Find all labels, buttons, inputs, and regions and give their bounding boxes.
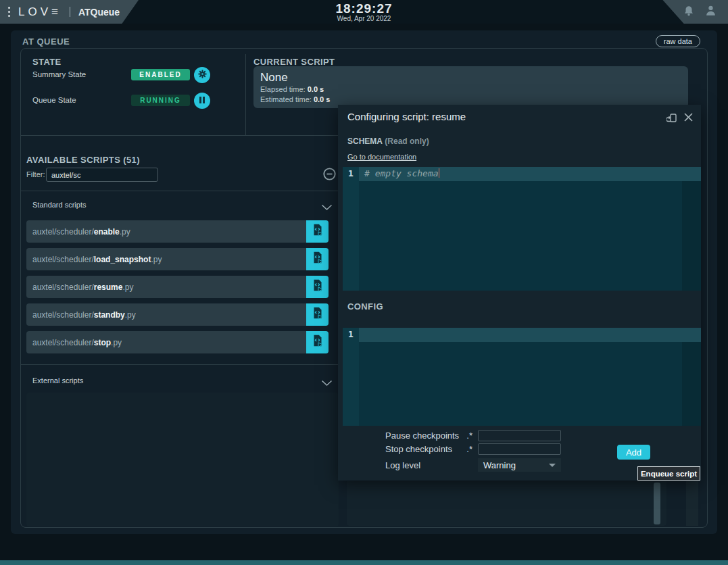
script-list-item[interactable]: auxtel/scheduler/resume.py: [26, 276, 329, 298]
current-script-name: None: [260, 71, 681, 84]
chevron-down-icon[interactable]: [321, 377, 333, 389]
editor-cursor: [439, 168, 440, 178]
top-bar: LOV≡ ATQueue 18:29:27 Wed, Apr 20 2022: [0, 0, 728, 24]
app-title: ATQueue: [78, 7, 120, 18]
log-level-label: Log level: [385, 460, 478, 470]
stop-checkpoints-label: Stop checkpoints.*: [385, 444, 478, 454]
current-script-title: CURRENT SCRIPT: [253, 57, 335, 67]
state-divider: [245, 54, 246, 135]
script-launch-icon: [310, 223, 325, 240]
standard-scripts-label: Standard scripts: [32, 201, 86, 209]
script-extension: .py: [151, 255, 162, 264]
available-scripts-title: AVAILABLE SCRIPTS (51): [26, 155, 140, 165]
summary-state-label: Summary State: [32, 70, 86, 78]
page-title: AT QUEUE: [22, 36, 70, 47]
clock: 18:29:27 Wed, Apr 20 2022: [335, 2, 392, 22]
queue-side-strip: [686, 481, 698, 526]
launch-script-button[interactable]: [306, 276, 329, 298]
documentation-link[interactable]: Go to documentation: [347, 153, 416, 161]
launch-script-button[interactable]: [306, 303, 329, 326]
elapsed-time-row: Elapsed time: 0.0 s: [260, 84, 681, 95]
script-extension: .py: [125, 310, 136, 320]
detach-window-button[interactable]: [666, 112, 678, 126]
elapsed-time-value: 0.0 s: [308, 85, 324, 93]
config-editor[interactable]: 1: [343, 328, 701, 426]
pause-checkpoints-row: Pause checkpoints.*: [385, 430, 561, 441]
close-icon: [683, 114, 694, 124]
raw-data-button[interactable]: raw data: [656, 35, 700, 47]
standard-scripts-list: auxtel/scheduler/enable.py auxtel/schedu…: [26, 220, 329, 359]
schema-editor[interactable]: 1 # empty schema: [343, 167, 701, 291]
pause-checkpoints-input[interactable]: [478, 430, 561, 441]
configure-script-modal: Configuring script: resume SCHEMA (Read …: [338, 105, 701, 481]
stop-checkpoints-input[interactable]: [478, 443, 561, 455]
chevron-down-icon[interactable]: [321, 201, 333, 214]
queue-state-label: Queue State: [32, 96, 76, 104]
stop-checkpoints-row: Stop checkpoints.*: [385, 443, 561, 455]
pause-icon: [198, 96, 206, 106]
clock-time: 18:29:27: [335, 2, 392, 15]
script-extension: .py: [122, 282, 133, 292]
script-list-item[interactable]: auxtel/scheduler/load_snapshot.py: [26, 248, 329, 270]
pause-checkpoints-label: Pause checkpoints.*: [385, 431, 478, 441]
script-name: enable: [94, 227, 120, 237]
modal-title: Configuring script: resume: [347, 111, 466, 122]
editor-scroll-margin: [682, 181, 701, 291]
line-number: 1: [343, 168, 359, 178]
group-divider: [21, 364, 339, 365]
top-bar-brand: LOV≡ ATQueue: [0, 0, 139, 24]
log-level-row: Log level Warning: [385, 458, 561, 472]
user-icon[interactable]: [704, 4, 717, 20]
script-list-item[interactable]: auxtel/scheduler/enable.py: [26, 220, 329, 243]
script-name: standby: [94, 310, 125, 320]
config-section-title: CONFIG: [347, 301, 383, 312]
scripts-list-background: [26, 393, 339, 526]
script-extension: .py: [120, 227, 130, 237]
editor-active-line: [359, 328, 701, 342]
love-logo: LOV≡: [18, 5, 62, 19]
launch-script-button[interactable]: [306, 331, 329, 353]
filter-input[interactable]: [46, 168, 158, 182]
editor-scroll-margin: [682, 342, 701, 426]
script-path: auxtel/scheduler/: [32, 255, 94, 264]
queue-pause-button[interactable]: [194, 93, 210, 109]
logo-separator: [70, 7, 70, 17]
script-launch-icon: [310, 278, 325, 295]
script-extension: .py: [111, 338, 122, 347]
detach-icon: [666, 116, 678, 126]
close-modal-button[interactable]: [683, 112, 694, 124]
external-scripts-header[interactable]: External scripts: [21, 376, 339, 390]
collapse-minus-icon[interactable]: [322, 167, 337, 184]
editor-gutter: [343, 328, 359, 426]
script-list-item[interactable]: auxtel/scheduler/stop.py: [26, 331, 329, 353]
line-number: 1: [343, 329, 359, 339]
script-path: auxtel/scheduler/: [32, 310, 94, 320]
menu-kebab-icon[interactable]: [8, 7, 10, 17]
log-level-select[interactable]: Warning: [478, 458, 561, 472]
queue-background-panel: [347, 481, 666, 526]
section-divider: [21, 135, 339, 136]
gear-icon: [197, 69, 208, 81]
add-button[interactable]: Add: [617, 445, 650, 460]
filter-label: Filter:: [26, 170, 45, 178]
external-scripts-label: External scripts: [32, 376, 83, 385]
script-list-item[interactable]: auxtel/scheduler/standby.py: [26, 303, 329, 326]
filter-divider: [21, 191, 339, 191]
state-section-title: STATE: [32, 57, 62, 67]
notifications-bell-icon[interactable]: [683, 5, 695, 20]
estimated-time-value: 0.0 s: [314, 95, 330, 103]
clock-date: Wed, Apr 20 2022: [335, 15, 392, 22]
script-name: load_snapshot: [94, 255, 151, 264]
script-launch-icon: [310, 334, 325, 351]
footer-bar: [0, 560, 728, 565]
schema-code-line: # empty schema: [364, 168, 439, 178]
summary-state-badge: ENABLED: [131, 69, 190, 80]
summary-state-gear-button[interactable]: [194, 67, 210, 83]
script-path: auxtel/scheduler/: [32, 338, 94, 347]
launch-script-button[interactable]: [306, 248, 329, 270]
enqueue-script-button[interactable]: Enqueue script: [637, 466, 700, 481]
scrollbar-thumb[interactable]: [654, 483, 660, 524]
script-launch-icon: [310, 251, 325, 268]
launch-script-button[interactable]: [306, 220, 329, 243]
standard-scripts-header[interactable]: Standard scripts: [21, 201, 339, 214]
